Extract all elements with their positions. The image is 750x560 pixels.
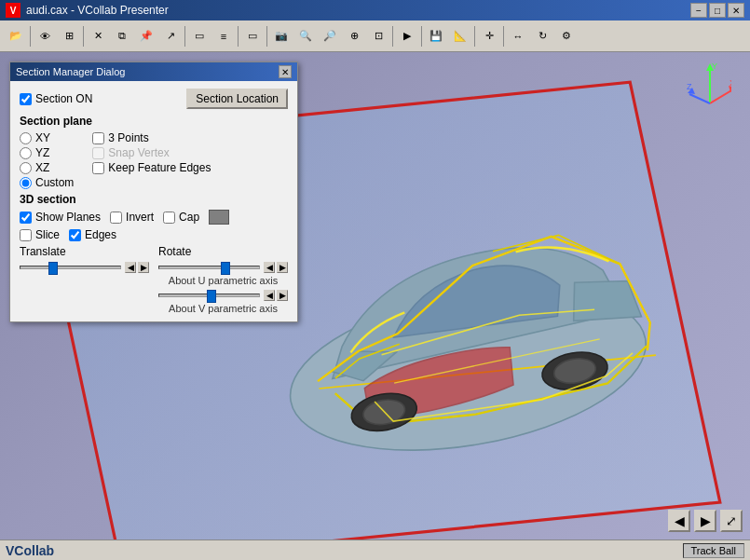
section-plane-group-label: Section plane xyxy=(20,115,288,128)
frame-button[interactable]: ▭ xyxy=(187,24,211,48)
prev-nav-button[interactable]: ◀ xyxy=(668,510,690,532)
rotate-u-right-arrow[interactable]: ▶ xyxy=(277,262,288,273)
translate-col: Translate ◀ ▶ xyxy=(20,245,149,273)
xy-radio[interactable] xyxy=(20,132,32,144)
maximize-button[interactable]: □ xyxy=(709,3,726,18)
toolbar-sep-1 xyxy=(30,26,31,47)
keep-feature-edges-checkbox[interactable] xyxy=(92,162,104,174)
expand-nav-button[interactable]: ⤢ xyxy=(720,510,743,532)
section-on-checkbox[interactable] xyxy=(20,93,32,105)
rotate-u-left-arrow[interactable]: ◀ xyxy=(264,262,275,273)
3points-label[interactable]: 3 Points xyxy=(92,131,211,144)
svg-text:X: X xyxy=(730,78,731,88)
camera-button[interactable]: 📷 xyxy=(269,24,293,48)
custom-radio-label[interactable]: Custom xyxy=(20,176,74,189)
toolbar-sep-4 xyxy=(238,26,239,47)
rotate-v-arrows: ◀ ▶ xyxy=(264,290,288,301)
xz-radio-label[interactable]: XZ xyxy=(20,161,74,174)
3d-section-group-label: 3D section xyxy=(20,193,288,206)
pan-button[interactable]: ↔ xyxy=(506,24,530,48)
svg-line-12 xyxy=(689,94,710,103)
zoom-out-button[interactable]: 🔎 xyxy=(318,24,342,48)
copy-button[interactable]: ⧉ xyxy=(110,24,134,48)
move-button[interactable]: ✛ xyxy=(477,24,501,48)
zoom-fit-button[interactable]: ⊡ xyxy=(366,24,390,48)
rotate-v-slider-thumb[interactable] xyxy=(207,290,216,303)
slice-edges-row: Slice Edges xyxy=(20,228,288,241)
screen-button[interactable]: ▭ xyxy=(240,24,265,48)
yz-radio[interactable] xyxy=(20,147,32,159)
invert-checkbox[interactable] xyxy=(110,212,122,224)
title-bar: V audi.cax - VCollab Presenter − □ ✕ xyxy=(0,0,750,20)
3points-checkbox[interactable] xyxy=(92,132,104,144)
save-button[interactable]: 💾 xyxy=(424,24,448,48)
next-nav-button[interactable]: ▶ xyxy=(694,510,716,532)
play-button[interactable]: ▶ xyxy=(395,24,419,48)
dialog-title-text: Section Manager Dialog xyxy=(16,66,125,77)
view-button[interactable]: 👁 xyxy=(33,24,57,48)
translate-slider-track xyxy=(20,266,121,269)
zoom-box-button[interactable]: ⊕ xyxy=(342,24,366,48)
toolbar-sep-7 xyxy=(421,26,422,47)
snap-vertex-checkbox[interactable] xyxy=(92,147,104,159)
keep-feature-edges-label[interactable]: Keep Feature Edges xyxy=(92,161,211,174)
open-button[interactable]: 📂 xyxy=(4,24,28,48)
rotate-v-slider-container: ◀ ▶ xyxy=(158,290,288,301)
section-plane-checkboxes: 3 Points Snap Vertex Keep Feature Edges xyxy=(92,131,211,189)
main-area: Y X Z ◀ ▶ ⤢ Section Manager Dialog ✕ xyxy=(0,52,750,540)
section-plane-radios: XY YZ XZ Custom xyxy=(20,131,74,189)
xz-radio[interactable] xyxy=(20,162,32,174)
xy-radio-label[interactable]: XY xyxy=(20,131,74,144)
toolbar-sep-2 xyxy=(83,26,84,47)
axes-widget: Y X Z xyxy=(685,61,731,108)
settings-button[interactable]: ⚙ xyxy=(554,24,579,48)
translate-rotate-row: Translate ◀ ▶ Rotate xyxy=(20,245,288,314)
custom-radio[interactable] xyxy=(20,177,32,189)
rotate-u-slider-thumb[interactable] xyxy=(221,262,230,275)
slice-checkbox[interactable] xyxy=(20,229,32,241)
section-on-label[interactable]: Section ON xyxy=(20,92,92,105)
svg-line-9 xyxy=(710,89,731,103)
edges-label[interactable]: Edges xyxy=(69,228,116,241)
window-title: audi.cax - VCollab Presenter xyxy=(26,4,169,17)
toolbar-sep-8 xyxy=(474,26,475,47)
list-button[interactable]: ≡ xyxy=(211,24,236,48)
cap-checkbox[interactable] xyxy=(163,212,175,224)
app-icon: V xyxy=(6,3,20,18)
translate-left-arrow[interactable]: ◀ xyxy=(125,262,136,273)
rotate-label: Rotate xyxy=(158,245,288,258)
slice-label[interactable]: Slice xyxy=(20,228,60,241)
toolbar-sep-5 xyxy=(266,26,267,47)
vcollab-logo: VCollab xyxy=(6,543,54,558)
pointer-button[interactable]: ↗ xyxy=(158,24,183,48)
dialog-close-button[interactable]: ✕ xyxy=(279,65,292,78)
translate-right-arrow[interactable]: ▶ xyxy=(138,262,149,273)
grid-button[interactable]: ⊞ xyxy=(57,24,81,48)
rotate-v-right-arrow[interactable]: ▶ xyxy=(277,290,288,301)
section-location-button[interactable]: Section Location xyxy=(186,89,288,109)
translate-arrows: ◀ ▶ xyxy=(125,262,149,273)
cross-button[interactable]: ✕ xyxy=(86,24,110,48)
show-planes-checkbox[interactable] xyxy=(20,212,32,224)
cap-label[interactable]: Cap xyxy=(163,211,199,224)
yz-radio-label[interactable]: YZ xyxy=(20,146,74,159)
toolbar: 📂 👁 ⊞ ✕ ⧉ 📌 ↗ ▭ ≡ ▭ 📷 🔍 🔎 ⊕ ⊡ ▶ 💾 📐 ✛ ↔ … xyxy=(0,20,750,52)
close-button[interactable]: ✕ xyxy=(728,3,744,18)
zoom-in-button[interactable]: 🔍 xyxy=(293,24,318,48)
measure-button[interactable]: 📐 xyxy=(448,24,472,48)
show-planes-label[interactable]: Show Planes xyxy=(20,211,101,224)
window-controls: − □ ✕ xyxy=(690,3,744,18)
minimize-button[interactable]: − xyxy=(690,3,707,18)
pin-button[interactable]: 📌 xyxy=(134,24,158,48)
cap-color-swatch[interactable] xyxy=(209,210,229,225)
edges-checkbox[interactable] xyxy=(69,229,81,241)
toolbar-sep-3 xyxy=(184,26,185,47)
translate-slider-thumb[interactable] xyxy=(48,262,58,275)
rotate-v-slider-track xyxy=(158,294,260,297)
rotate-u-axis-label: About U parametric axis xyxy=(158,275,288,286)
svg-text:Z: Z xyxy=(687,82,692,91)
rotate-view-button[interactable]: ↻ xyxy=(530,24,554,48)
snap-vertex-label[interactable]: Snap Vertex xyxy=(92,146,211,159)
rotate-v-left-arrow[interactable]: ◀ xyxy=(264,290,275,301)
invert-label[interactable]: Invert xyxy=(110,211,154,224)
